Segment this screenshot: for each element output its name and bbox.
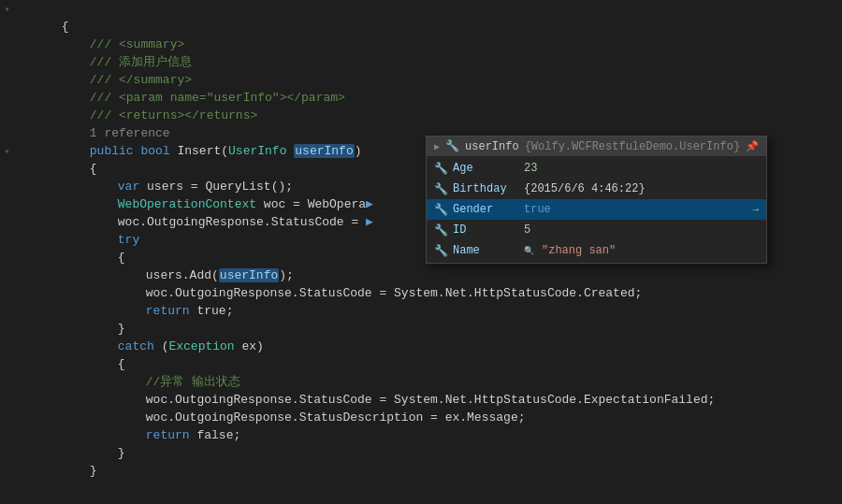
left-sidebar: ▾ ▾	[0, 0, 14, 504]
prop-name-birthday: Birthday	[453, 182, 518, 195]
tooltip-row-id[interactable]: 🔧 ID 5	[427, 220, 766, 240]
prop-value-birthday: {2015/6/6 4:46:22}	[524, 182, 759, 195]
prop-name-gender: Gender	[453, 203, 518, 216]
code-line: return false;	[18, 409, 842, 426]
code-line: /// <param name="userInfo"></param>	[18, 71, 842, 89]
tooltip-header: ▶ 🔧 userInfo {Wolfy.WCFRestfuleDemo.User…	[427, 137, 766, 156]
tooltip-row-name[interactable]: 🔧 Name 🔍 "zhang san"	[427, 240, 766, 261]
code-line: {	[18, 0, 842, 18]
tooltip-popup: ▶ 🔧 userInfo {Wolfy.WCFRestfuleDemo.User…	[426, 136, 767, 264]
code-line: return true;	[18, 284, 842, 302]
sidebar-empty-5	[0, 89, 14, 107]
code-line: 1 reference	[18, 107, 842, 124]
fold-indicator-1: ▾	[0, 0, 14, 18]
code-line: woc.OutgoingResponse.StatusCode = System…	[18, 266, 842, 284]
tooltip-row-birthday[interactable]: 🔧 Birthday {2015/6/6 4:46:22}	[427, 179, 766, 199]
sidebar-empty-2	[0, 36, 14, 53]
sidebar-empty-7	[0, 124, 14, 142]
prop-name-name: Name	[453, 244, 518, 257]
prop-value-gender: true	[524, 203, 759, 216]
code-line: catch (Exception ex)	[18, 320, 842, 338]
code-line: /// 添加用户信息	[18, 36, 842, 53]
sidebar-empty-1	[0, 18, 14, 36]
code-token: }	[90, 464, 97, 478]
fold-indicator-2: ▾	[0, 142, 14, 160]
code-line: }	[18, 302, 842, 320]
search-icon[interactable]: 🔍	[524, 246, 534, 256]
pin-icon[interactable]: 📌	[746, 140, 759, 152]
tooltip-subtitle: {Wolfy.WCFRestfuleDemo.UserInfo}	[525, 140, 740, 153]
tooltip-row-age[interactable]: 🔧 Age 23	[427, 158, 766, 179]
prop-value-age: 23	[524, 162, 759, 175]
code-line: }	[18, 444, 842, 462]
wrench-icon-birthday: 🔧	[434, 182, 447, 196]
wrench-icon-age: 🔧	[434, 162, 447, 176]
prop-value-id: 5	[524, 223, 759, 237]
wrench-icon-gender: 🔧	[434, 203, 447, 217]
prop-name-age: Age	[453, 162, 518, 175]
code-line: /// <returns></returns>	[18, 89, 842, 107]
code-line: woc.OutgoingResponse.StatusDescription =…	[18, 391, 842, 409]
code-line: //异常 输出状态	[18, 355, 842, 373]
wrench-icon-id: 🔧	[434, 223, 447, 238]
sidebar-empty-4	[0, 71, 14, 89]
code-line: /// <summary>	[18, 18, 842, 36]
editor-container: ▾ ▾ { /// <summary> /// 添加用户信息 /// </sum…	[0, 0, 842, 504]
sidebar-empty-3	[0, 53, 14, 71]
tooltip-row-gender[interactable]: 🔧 Gender true →	[427, 199, 766, 220]
prop-value-name: "zhang san"	[542, 244, 759, 257]
gender-arrow-icon[interactable]: →	[752, 204, 759, 215]
code-line: }	[18, 426, 842, 444]
wrench-icon-name: 🔧	[434, 244, 447, 258]
code-line: /// </summary>	[18, 53, 842, 71]
tooltip-wrench-icon: 🔧	[445, 139, 459, 153]
tooltip-title: userInfo	[465, 140, 519, 153]
expand-triangle-icon[interactable]: ▶	[434, 141, 440, 152]
code-line: woc.OutgoingResponse.StatusCode = System…	[18, 373, 842, 391]
code-line: {	[18, 338, 842, 355]
sidebar-empty-6	[0, 107, 14, 124]
tooltip-body: 🔧 Age 23 🔧 Birthday {2015/6/6 4:46:22} 🔧…	[427, 156, 766, 263]
prop-name-id: ID	[453, 223, 518, 237]
